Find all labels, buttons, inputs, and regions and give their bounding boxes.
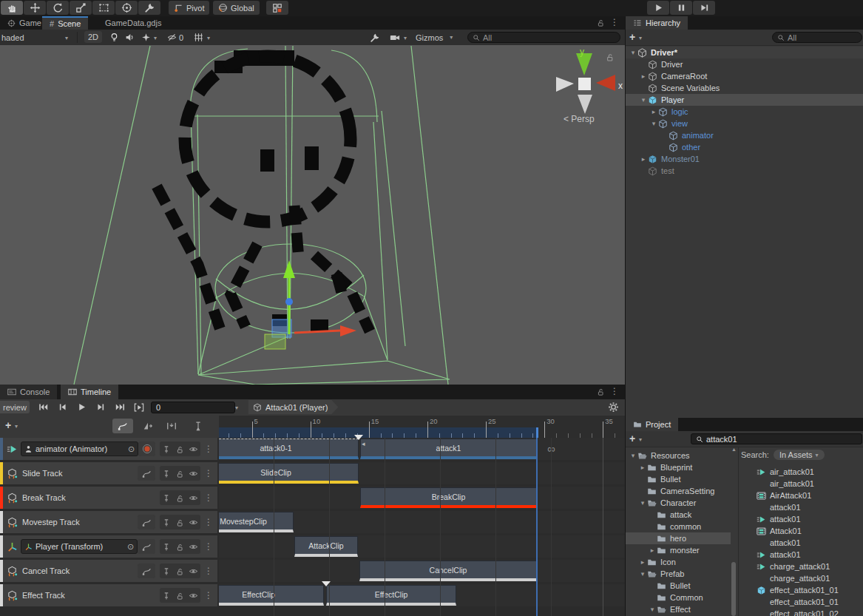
project-folder-camerasetting[interactable]: CameraSetting xyxy=(626,485,731,497)
result-effect_attack01_01[interactable]: effect_attack01_01 xyxy=(741,584,839,596)
tab-scene[interactable]: # Scene xyxy=(42,16,88,30)
shading-dropdown[interactable]: haded xyxy=(1,30,24,45)
project-folder-resources[interactable]: ▾Resources xyxy=(626,450,731,461)
hierarchy-item-cameraroot[interactable]: ▸CameraRoot xyxy=(626,70,863,82)
track-header-break-track[interactable]: Break Track⋮ xyxy=(0,487,217,509)
project-folder-character[interactable]: ▾Character xyxy=(626,497,731,509)
result-charge_attack01[interactable]: charge_attack01 xyxy=(741,561,830,572)
lock-icon[interactable] xyxy=(175,493,184,502)
clip-attackclip[interactable]: AttackClip xyxy=(294,536,358,557)
next-frame-button[interactable] xyxy=(92,401,109,413)
play-button[interactable] xyxy=(72,401,90,413)
hand-tool[interactable] xyxy=(1,1,23,15)
2d-toggle[interactable]: 2D xyxy=(84,31,102,43)
axis-down-cone[interactable] xyxy=(578,95,592,114)
shading-dropdown-arrow[interactable]: ▾ xyxy=(65,35,68,41)
project-folder-common[interactable]: Common xyxy=(626,592,731,603)
gizmo-lock-icon[interactable] xyxy=(605,53,615,62)
replace-mode-button[interactable] xyxy=(189,419,207,433)
expand-arrow-icon[interactable]: ▾ xyxy=(638,499,647,507)
clip-caret-icon[interactable] xyxy=(322,581,331,586)
lock-icon[interactable] xyxy=(175,468,184,478)
project-folder-effect[interactable]: ▾Effect xyxy=(626,603,731,615)
result-air_attack01[interactable]: air_attack01 xyxy=(741,478,814,490)
track-header-player-transform-[interactable]: Player (Transform)⊙⋮ xyxy=(0,535,217,558)
clip-cancelclip[interactable]: CancelClip xyxy=(359,561,537,581)
track-lane[interactable]: AttackClip xyxy=(219,535,625,558)
project-folder-icon[interactable]: ▸Icon xyxy=(626,556,731,568)
search-scope-dropdown[interactable]: In Assets ▾ xyxy=(774,450,825,460)
pin-icon[interactable] xyxy=(162,468,171,478)
eye-icon[interactable] xyxy=(189,444,198,454)
pin-icon[interactable] xyxy=(162,493,171,502)
hierarchy-item-animator[interactable]: animator xyxy=(626,129,863,141)
expand-arrow-icon[interactable]: ▾ xyxy=(638,570,647,578)
grid-toggle[interactable] xyxy=(194,30,203,45)
global-button[interactable]: Global xyxy=(213,1,260,15)
toolbar-step-button[interactable] xyxy=(693,1,715,15)
gizmos-dropdown[interactable]: Gizmos ▾ xyxy=(416,30,453,45)
scroll-up-arrow[interactable]: ▲ xyxy=(731,447,737,452)
hierarchy-item-monster01[interactable]: ▸Monster01 xyxy=(626,153,863,165)
track-menu-icon[interactable]: ⋮ xyxy=(204,518,213,526)
project-tree-scrollbar[interactable]: ▲ xyxy=(731,447,737,616)
expand-arrow-icon[interactable]: ▾ xyxy=(629,452,637,459)
eye-icon[interactable] xyxy=(189,493,198,503)
grid-dropdown-arrow[interactable]: ▾ xyxy=(207,35,210,41)
hidden-objects-toggle[interactable]: 0 xyxy=(167,30,183,45)
clip-attack0-1[interactable]: attack0-1 xyxy=(219,439,359,459)
axis-y-cone[interactable] xyxy=(576,53,592,75)
pivot-button[interactable]: Pivot xyxy=(169,1,209,15)
project-add-dropdown-arrow[interactable]: ▾ xyxy=(639,436,642,443)
eye-icon[interactable] xyxy=(189,590,198,600)
expand-arrow-icon[interactable]: ▾ xyxy=(649,120,658,127)
hierarchy-add-button[interactable]: + xyxy=(629,31,635,43)
hierarchy-item-player[interactable]: ▾Player xyxy=(626,94,863,106)
project-folder-bullet[interactable]: Bullet xyxy=(626,473,731,485)
pin-icon[interactable] xyxy=(162,517,171,527)
project-folder-prefab[interactable]: ▾Prefab xyxy=(626,568,731,580)
pin-icon[interactable] xyxy=(162,444,171,453)
hierarchy-item-test[interactable]: test xyxy=(626,165,863,177)
expand-arrow-icon[interactable]: ▾ xyxy=(629,49,637,56)
result-attack01[interactable]: attack01 xyxy=(741,549,801,561)
track-curves-button[interactable] xyxy=(138,466,155,481)
clip-caret-icon[interactable] xyxy=(354,435,363,440)
result-attack01[interactable]: attack01 xyxy=(741,537,801,549)
track-curves-button[interactable] xyxy=(138,539,155,554)
track-header-slide-track[interactable]: Slide Track⋮ xyxy=(0,462,217,484)
rect-tool[interactable] xyxy=(92,1,115,15)
eye-icon[interactable] xyxy=(189,541,198,552)
lighting-toggle[interactable] xyxy=(109,30,119,45)
expand-arrow-icon[interactable]: ▸ xyxy=(638,558,647,566)
expand-arrow-icon[interactable]: ▸ xyxy=(638,464,647,471)
expand-arrow-icon[interactable]: ▾ xyxy=(648,606,657,613)
axis-x-cone[interactable] xyxy=(596,75,615,91)
timeline-end-marker[interactable] xyxy=(536,427,538,438)
ripple-mode-button[interactable] xyxy=(163,419,180,433)
track-lane[interactable]: SlideClip xyxy=(219,462,625,484)
timeline-ruler[interactable]: 5101520253035 xyxy=(219,416,625,438)
transform-tool[interactable] xyxy=(115,1,138,15)
track-lane[interactable]: BreakClip xyxy=(219,487,625,509)
result-attack01[interactable]: attack01 xyxy=(741,501,801,513)
track-menu-icon[interactable]: ⋮ xyxy=(204,445,213,453)
panel-lock-icon[interactable] xyxy=(596,18,605,27)
hierarchy-item-view[interactable]: ▾view xyxy=(626,118,863,129)
effects-dropdown-arrow[interactable]: ▾ xyxy=(154,35,157,41)
scene-canvas[interactable] xyxy=(0,45,625,385)
track-lane[interactable]: MovestepClip xyxy=(219,511,625,533)
tab-timeline[interactable]: Timeline xyxy=(61,385,118,399)
clip-slideclip[interactable]: SlideClip xyxy=(219,463,359,484)
hierarchy-search-input[interactable]: All xyxy=(772,32,862,43)
skip-start-button[interactable] xyxy=(34,401,52,413)
tab-gamedata[interactable]: GameData.gdjs xyxy=(98,16,169,30)
panel-menu-icon[interactable]: ⋮ xyxy=(610,18,619,26)
scale-tool[interactable] xyxy=(70,1,92,15)
track-lane[interactable]: CancelClip xyxy=(219,560,625,582)
track-curves-button[interactable] xyxy=(138,563,155,578)
custom-tools[interactable] xyxy=(138,1,160,15)
project-folder-monster[interactable]: ▸monster xyxy=(626,544,731,556)
eye-icon[interactable] xyxy=(189,468,198,478)
clip-effectclip[interactable]: EffectClip xyxy=(326,585,456,606)
